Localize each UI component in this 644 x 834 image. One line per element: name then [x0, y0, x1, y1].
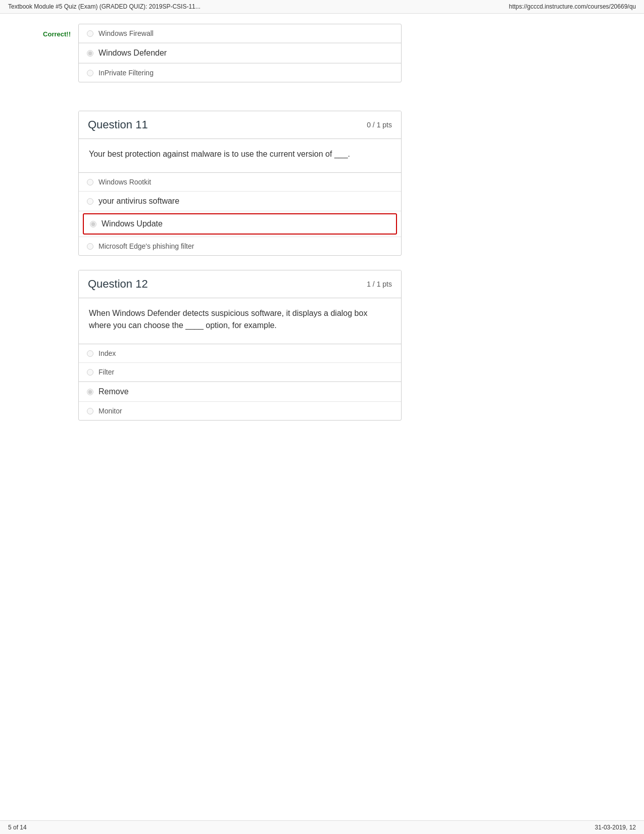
q11-title: Question 11 — [88, 118, 148, 131]
q11-option-rootkit: Windows Rootkit — [79, 173, 401, 192]
q10-radio-firewall[interactable] — [87, 30, 93, 37]
q11-option-edge: Microsoft Edge's phishing filter — [79, 237, 401, 255]
q11-header: Question 11 0 / 1 pts — [79, 111, 401, 139]
q10-correct-label: Correct!! — [43, 30, 71, 38]
q11-radio-edge[interactable] — [87, 243, 93, 250]
q10-radio-inprivate[interactable] — [87, 70, 93, 76]
q12-header: Question 12 1 / 1 pts — [79, 270, 401, 298]
tab-url: https://gcccd.instructure.com/courses/20… — [509, 3, 636, 10]
q10-radio-defender[interactable] — [87, 50, 93, 57]
tab-title: Textbook Module #5 Quiz (Exam) (GRADED Q… — [8, 3, 201, 10]
q11-radio-antivirus[interactable] — [87, 198, 93, 205]
q11-radio-rootkit[interactable] — [87, 179, 93, 186]
q11-option-windows-update: Windows Update — [83, 213, 397, 235]
q12-radio-monitor[interactable] — [87, 408, 93, 414]
q11-pts: 0 / 1 pts — [367, 121, 392, 129]
q12-option-filter: Filter — [79, 363, 401, 382]
question-11-box: Question 11 0 / 1 pts Your best protecti… — [78, 111, 402, 256]
q10-option-firewall: Windows Firewall — [79, 24, 401, 43]
q12-radio-remove[interactable] — [87, 389, 93, 395]
q12-body: When Windows Defender detects suspicious… — [79, 298, 401, 344]
q12-question-text: When Windows Defender detects suspicious… — [89, 307, 391, 332]
q10-option-defender: Windows Defender — [79, 43, 401, 63]
question-12-box: Question 12 1 / 1 pts When Windows Defen… — [78, 270, 402, 421]
q11-option-antivirus: your antivirus software — [79, 192, 401, 211]
page-indicator: 5 of 14 — [8, 824, 27, 831]
q10-option-inprivate: InPrivate Filtering — [79, 63, 401, 82]
q12-option-index: Index — [79, 344, 401, 363]
q12-options: Index Filter Correct!! — [79, 344, 401, 420]
q12-radio-filter[interactable] — [87, 369, 93, 376]
timestamp: 31-03-2019, 12 — [595, 824, 636, 831]
q11-body: Your best protection against malware is … — [79, 139, 401, 173]
q12-title: Question 12 — [88, 277, 148, 291]
q12-radio-index[interactable] — [87, 350, 93, 357]
q12-option-remove: Remove — [79, 382, 401, 401]
q11-options: Windows Rootkit Correct Answer: your ant… — [79, 173, 401, 255]
q12-pts: 1 / 1 pts — [367, 280, 392, 288]
q11-radio-windows-update[interactable] — [90, 221, 96, 227]
q11-question-text: Your best protection against malware is … — [89, 148, 391, 160]
q12-option-monitor: Monitor — [79, 402, 401, 420]
